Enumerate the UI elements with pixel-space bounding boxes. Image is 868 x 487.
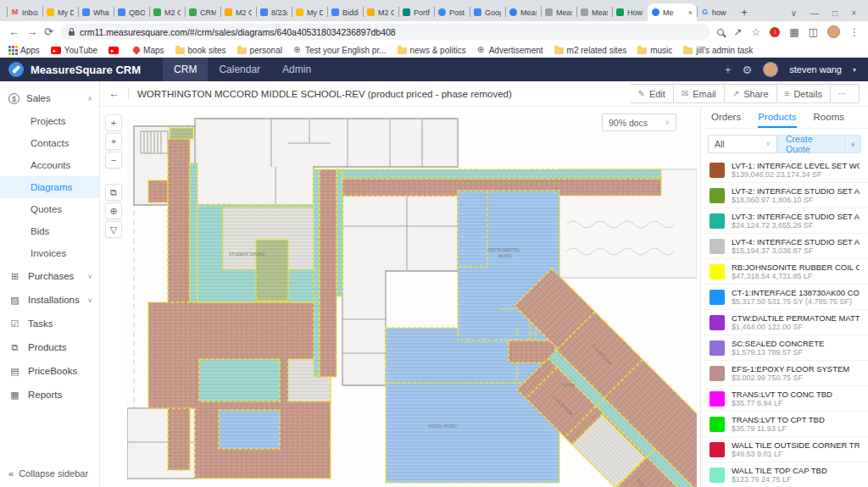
sidebar-item[interactable]: ▨ Installations ∨ <box>0 288 99 312</box>
sidebar-item[interactable]: Invoices <box>0 242 99 264</box>
collapse-sidebar-button[interactable]: « Collapse sidebar <box>8 468 88 479</box>
diagram-action-button[interactable]: ✎ Edit <box>631 84 674 103</box>
create-quote-button[interactable]: Create Quote ∨ <box>777 135 861 153</box>
forward-icon[interactable]: → <box>26 26 37 37</box>
sidebar-item[interactable]: Bids <box>0 220 99 242</box>
browser-profile-avatar[interactable] <box>827 25 840 38</box>
zoom-level-select[interactable]: 90% docs ∨ <box>602 113 676 131</box>
product-row[interactable]: TRANS:LVT TO CPT TBD $35.79 11.93 LF <box>701 412 868 437</box>
canvas-tool-button[interactable]: − <box>105 152 122 169</box>
sidebar-item[interactable]: Diagrams <box>0 176 99 198</box>
browser-tab[interactable]: What × <box>78 3 114 21</box>
product-row[interactable]: EFS-1:EPOXY FLOOR SYSTEM $3,002.99 750.7… <box>701 361 868 386</box>
browser-tab[interactable]: Measu × <box>541 3 576 21</box>
diagram-action-button[interactable]: ↗ Share <box>725 84 777 103</box>
app-nav-item[interactable]: Calendar <box>208 58 271 81</box>
bookmark-item[interactable]: news & politics <box>398 46 466 55</box>
sidebar-item[interactable]: Projects <box>0 110 99 132</box>
back-icon[interactable]: ← <box>8 26 19 37</box>
right-panel-tab[interactable]: Products <box>758 107 796 128</box>
sidebar-item[interactable]: Accounts <box>0 154 99 176</box>
browser-tab[interactable]: Measu × <box>505 3 541 21</box>
sidebar-item[interactable]: ⊞ Purchases ∨ <box>0 264 99 288</box>
create-quote-dropdown[interactable]: ∨ <box>844 136 860 152</box>
canvas-tool-button[interactable]: ⧉ <box>105 184 122 201</box>
canvas-tool-button[interactable]: ⊕ <box>105 202 122 219</box>
add-icon[interactable]: + <box>725 64 732 76</box>
bookmark-item[interactable]: Advertisement <box>477 46 543 55</box>
right-panel-tab[interactable]: Rooms <box>814 107 844 128</box>
star-icon[interactable]: ☆ <box>752 26 761 38</box>
download-icon[interactable]: ↓ <box>770 27 780 37</box>
browser-tab[interactable]: M Inbox × <box>7 3 42 21</box>
bookmark-item[interactable]: jill's admin task <box>683 46 753 55</box>
browser-tab[interactable]: Portfo × <box>398 3 434 21</box>
canvas-tool-button[interactable]: ▽ <box>105 221 122 238</box>
right-panel-tab[interactable]: Orders <box>711 107 741 128</box>
canvas-tool-button[interactable]: ⌖ <box>105 133 122 150</box>
browser-tab[interactable]: Biddin × <box>327 3 363 21</box>
sidebar-item[interactable]: ☑ Tasks <box>0 312 99 335</box>
product-row[interactable]: CTW:DALTILE PERMATONE MATTE FI... $1,464… <box>701 310 868 335</box>
bookmark-item[interactable]: music <box>637 46 672 55</box>
browser-tab[interactable]: M2 Co × <box>220 3 256 21</box>
app-nav-item[interactable]: CRM <box>163 58 208 81</box>
browser-tab[interactable]: My Dr × <box>292 3 327 21</box>
tab-close-icon[interactable]: × <box>688 8 693 17</box>
refresh-icon[interactable]: ⟳ <box>44 26 53 37</box>
diagram-action-button[interactable]: ⋯ <box>831 84 860 103</box>
product-row[interactable]: RB:JOHNSONITE RUBBER COIL COVE ... $47,3… <box>701 259 868 285</box>
user-menu-caret-icon[interactable]: ▾ <box>853 66 856 74</box>
browser-menu-icon[interactable]: ⋮ <box>849 26 860 38</box>
share-icon[interactable]: ↗ <box>733 26 742 38</box>
diagram-action-button[interactable]: ✉ Email <box>674 84 725 103</box>
back-arrow-icon[interactable]: ← <box>108 87 120 100</box>
browser-tab[interactable]: My Dr × <box>42 3 78 21</box>
search-icon[interactable] <box>717 29 724 36</box>
browser-tab[interactable]: G how t × <box>697 3 732 21</box>
bookmark-item[interactable]: m2 related sites <box>554 46 627 55</box>
sidebar-item[interactable]: ▦ Reports <box>0 383 99 407</box>
close-icon[interactable]: × <box>851 8 856 18</box>
product-row[interactable]: CT-1:INTERFACE 138730AK00 COLOR... $5,31… <box>701 285 868 310</box>
canvas-tool-button[interactable]: + <box>105 114 122 131</box>
address-bar[interactable]: crm11.measuresquare.com/#/crm/sales/diag… <box>60 24 711 40</box>
product-row[interactable]: LVT-3: INTERFACE STUDIO SET A007 ... $24… <box>701 208 868 234</box>
sidebar-item[interactable]: Quotes <box>0 198 99 220</box>
browser-tab[interactable]: Post A × <box>434 3 470 21</box>
product-row[interactable]: WALL TILE OUTSIDE CORNER TRIM T... $49.5… <box>701 437 868 462</box>
user-name[interactable]: steven wang <box>789 64 842 75</box>
bookmark-item[interactable]: Apps <box>8 46 40 55</box>
bookmark-item[interactable]: YouTube <box>51 46 97 55</box>
product-row[interactable]: WALL TILE TOP CAP TBD $123.76 24.75 LF <box>701 462 868 487</box>
sidebar-item[interactable]: $ Sales ∧ <box>0 86 99 110</box>
browser-tab[interactable]: Googl × <box>470 3 505 21</box>
side-panel-icon[interactable]: ◫ <box>809 26 818 38</box>
browser-tab[interactable]: How t × <box>612 3 648 21</box>
product-filter-select[interactable]: All ∨ <box>708 135 777 153</box>
browser-tab[interactable]: 8/23/2 × <box>256 3 292 21</box>
product-row[interactable]: LVT-2: INTERFACE STUDIO SET A007 ... $18… <box>701 183 868 208</box>
bookmark-item[interactable]: personal <box>237 46 282 55</box>
sidebar-item[interactable]: ▤ PriceBooks <box>0 359 99 383</box>
browser-tab[interactable]: Measu × <box>576 3 612 21</box>
sidebar-item[interactable]: Contacts <box>0 132 99 154</box>
browser-tab[interactable]: QBO I × <box>114 3 149 21</box>
browser-tab[interactable]: M2 Co × <box>149 3 185 21</box>
app-nav-item[interactable]: Admin <box>271 58 322 81</box>
maximize-icon[interactable]: □ <box>832 8 837 18</box>
sidebar-item[interactable]: ⧉ Products <box>0 335 99 359</box>
bookmark-item[interactable] <box>108 47 122 54</box>
product-row[interactable]: TRANS:LVT TO CONC TBD $35.77 8.94 LF <box>701 386 868 412</box>
product-row[interactable]: LVT-1: INTERFACE LEVEL SET WOOD... $139,… <box>701 158 868 183</box>
browser-tab[interactable]: Me × <box>648 3 697 21</box>
gear-icon[interactable]: ⚙ <box>743 64 753 76</box>
browser-tab[interactable]: CRM C × <box>185 3 220 21</box>
browser-tab[interactable]: M2 Co × <box>363 3 398 21</box>
tab-search-icon[interactable]: ∨ <box>791 8 797 18</box>
product-row[interactable]: LVT-4: INTERFACE STUDIO SET A007 ... $15… <box>701 234 868 259</box>
diagram-action-button[interactable]: ≡ Details <box>777 84 831 103</box>
bookmark-item[interactable]: Maps <box>133 46 164 55</box>
new-tab-button[interactable]: + <box>736 3 753 20</box>
extensions-icon[interactable]: ▦ <box>789 26 798 38</box>
